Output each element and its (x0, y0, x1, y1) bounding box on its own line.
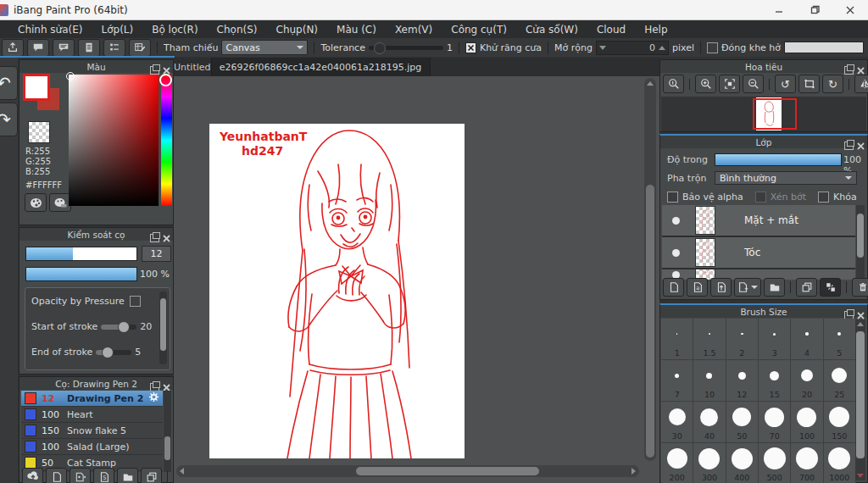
brush-size-cell[interactable]: 1000 (824, 443, 856, 483)
brush-size-cell[interactable]: 2 (726, 319, 759, 360)
chat-button[interactable] (53, 39, 75, 57)
brush-size-cell[interactable]: 5 (824, 319, 856, 360)
popout-icon[interactable] (844, 66, 854, 75)
layer-import-button[interactable] (710, 278, 732, 297)
layer-folder-button[interactable] (764, 278, 785, 297)
layer-list-scrollbar[interactable] (856, 205, 865, 280)
popout-icon[interactable] (150, 66, 159, 75)
close-gap-slider[interactable] (784, 42, 864, 53)
brush-size-cell[interactable]: 12 (726, 360, 759, 402)
document-tab[interactable]: Untitled (174, 58, 212, 76)
undo-button[interactable]: ↶ (0, 66, 18, 100)
brush-size-cell[interactable]: 20 (791, 360, 823, 402)
close-icon[interactable] (857, 137, 865, 153)
brush-list-scrollbar[interactable] (164, 391, 171, 472)
layer-delete-button[interactable] (852, 278, 868, 297)
end-of-stroke-slider[interactable] (96, 350, 131, 355)
layer-opacity-bar[interactable] (715, 153, 842, 166)
popout-icon[interactable] (150, 234, 159, 242)
layer-row[interactable]: Mặt + mắt (662, 205, 855, 237)
close-icon[interactable] (163, 230, 170, 246)
menu-item[interactable]: Màu (C) (327, 24, 386, 36)
layer-new-text-button[interactable]: a (687, 278, 708, 297)
tolerance-slider-thumb[interactable] (374, 42, 386, 54)
brush-new-button[interactable] (46, 468, 67, 483)
expand-spinner[interactable]: 0 (596, 41, 669, 55)
layer-merge-button[interactable] (820, 278, 841, 297)
brush-size-cell[interactable]: 500 (759, 443, 791, 483)
close-gap-checkbox[interactable] (707, 42, 718, 53)
list-button[interactable] (103, 39, 125, 57)
restore-button[interactable] (797, 0, 832, 19)
brush-duplicate-button[interactable] (141, 468, 162, 483)
lock-checkbox[interactable]: Khóa (818, 192, 857, 203)
brush-size-scrollbar[interactable] (855, 319, 865, 480)
hue-selector[interactable] (159, 74, 172, 86)
hue-bar[interactable] (161, 75, 172, 206)
spinner-down-icon[interactable] (599, 46, 606, 50)
layer-add-menu-button[interactable] (734, 278, 761, 297)
transparent-color-swatch[interactable] (28, 121, 50, 143)
menu-item[interactable]: Công cụ(T) (442, 24, 516, 36)
brush-size-cell[interactable]: 300 (693, 443, 726, 483)
brush-size-cell[interactable]: 3 (759, 319, 791, 360)
scroll-down-icon[interactable] (857, 474, 864, 478)
navigator-view[interactable] (661, 97, 866, 131)
menu-item[interactable]: Help (635, 24, 676, 36)
brush-opacity-bar[interactable] (25, 267, 137, 281)
redo-button[interactable]: ↷ (0, 103, 18, 136)
brush-script-button[interactable]: S (93, 468, 114, 483)
flip-horizontal-button[interactable] (854, 75, 868, 93)
brush-size-cell[interactable]: 40 (693, 402, 726, 443)
brush-size-cell[interactable]: 50 (726, 402, 759, 443)
document-tab[interactable]: e26926f06869cc1a42e040061a218195.jpg (212, 58, 431, 76)
vertical-scroll-thumb[interactable] (646, 185, 654, 458)
fit-screen-button[interactable] (719, 75, 740, 93)
navigator-viewport-rect[interactable] (753, 98, 797, 130)
brush-list-item[interactable]: 100 Salad (Large) (21, 439, 163, 455)
comment-button[interactable] (27, 39, 49, 57)
menu-item[interactable]: Bộ lọc(R) (142, 24, 207, 36)
zoom-out-button[interactable] (743, 75, 764, 93)
table-edit-button[interactable] (129, 39, 151, 57)
brush-list-item[interactable]: 150 Snow flake 5 (21, 423, 163, 439)
palette-button[interactable] (25, 193, 47, 212)
brush-size-cell[interactable]: 10 (693, 360, 726, 402)
gear-icon[interactable] (148, 391, 159, 405)
brush-size-cell[interactable]: 7 (661, 360, 693, 402)
brush-new-from-image-button[interactable] (70, 468, 91, 483)
brush-size-cell[interactable]: 15 (759, 360, 791, 402)
start-of-stroke-slider[interactable] (101, 325, 136, 330)
brush-cloud-upload-button[interactable] (22, 468, 43, 483)
reference-dropdown[interactable]: Canvas (221, 40, 308, 55)
canvas-page[interactable]: YeunhatbanT hd247 (209, 124, 465, 458)
zoom-in-button[interactable] (695, 75, 716, 93)
brush-list-item[interactable]: 12 Drawing Pen 2 (21, 391, 163, 407)
canvas-horizontal-scrollbar[interactable] (176, 465, 639, 477)
document-button[interactable] (78, 39, 100, 57)
share-button[interactable] (2, 39, 24, 57)
close-button[interactable] (832, 0, 868, 19)
menu-item[interactable]: Xem(V) (386, 24, 442, 36)
sb-selector[interactable] (66, 72, 75, 80)
menu-item[interactable]: Lớp(L) (92, 24, 143, 36)
foreground-color-swatch[interactable] (23, 74, 50, 101)
popout-icon[interactable] (844, 311, 854, 319)
brush-list-item[interactable]: 100 Heart (21, 407, 163, 423)
brush-size-cell[interactable]: 4 (791, 319, 823, 360)
brush-size-cell[interactable]: 1 (661, 319, 693, 360)
layer-visibility-dot[interactable] (672, 249, 680, 257)
alpha-protect-checkbox[interactable]: Bảo vệ alpha (667, 192, 743, 203)
zoom-actual-button[interactable] (663, 75, 684, 93)
menu-item[interactable]: Chụp(N) (267, 24, 328, 36)
rotate-cw-button[interactable]: ↻ (822, 75, 843, 93)
opacity-by-pressure-checkbox[interactable] (130, 296, 141, 307)
reset-rotation-button[interactable] (798, 75, 820, 93)
popout-icon[interactable] (150, 383, 159, 391)
brush-size-cell[interactable]: 200 (661, 443, 693, 483)
saturation-brightness-square[interactable] (69, 75, 159, 206)
brush-size-cell[interactable]: 70 (759, 402, 791, 443)
layer-row[interactable]: Tóc (662, 237, 855, 269)
antialias-checkbox[interactable] (465, 42, 476, 53)
clipping-checkbox[interactable]: Xén bớt (755, 192, 806, 203)
